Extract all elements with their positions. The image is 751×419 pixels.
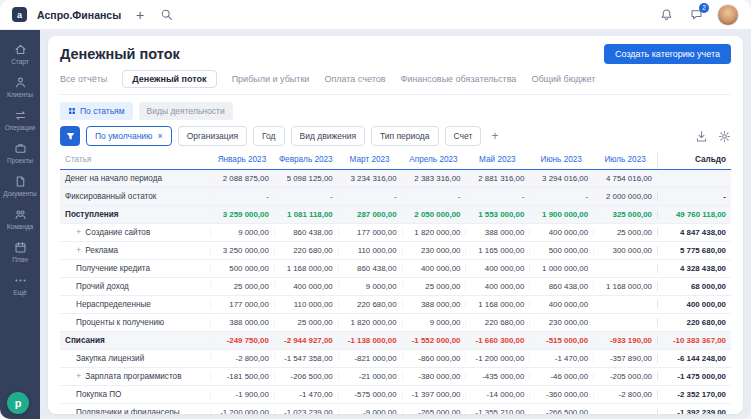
cell-value: 5 098 125,00 bbox=[274, 174, 338, 183]
cell-value: -21 000,00 bbox=[338, 372, 402, 381]
topbar: a Аспро.Финансы + 2 bbox=[0, 0, 751, 30]
search-button[interactable] bbox=[157, 6, 175, 24]
sidebar: Старт Клиенты Операции Проекты Документы… bbox=[0, 30, 40, 419]
row-label-text: Прочий доход bbox=[76, 282, 129, 291]
cell-value: 400 000,00 bbox=[402, 264, 466, 273]
table-row-software[interactable]: Покупка ПО-1 900,00-1 470,00-575 000,00-… bbox=[60, 386, 731, 404]
filter-preset-chip[interactable]: По умолчанию × bbox=[86, 126, 172, 146]
cell-value: -1 900,00 bbox=[210, 390, 274, 399]
team-icon bbox=[14, 208, 27, 221]
cell-value: -821 000,00 bbox=[338, 354, 402, 363]
table-row-undistributed[interactable]: Нераспределенные177 000,00110 000,00220 … bbox=[60, 296, 731, 314]
tab-budget[interactable]: Общий бюджет bbox=[531, 71, 595, 87]
filter-chip-account[interactable]: Счет bbox=[445, 126, 482, 146]
table-row-expenses[interactable]: Списания-249 750,00-2 944 927,00-1 138 0… bbox=[60, 332, 731, 350]
tab-cash-flow[interactable]: Денежный поток bbox=[122, 70, 216, 88]
table-row-income[interactable]: Поступления3 259 000,001 081 118,00287 0… bbox=[60, 206, 731, 224]
filter-chip-year[interactable]: Год bbox=[253, 126, 285, 146]
expand-icon[interactable]: + bbox=[76, 228, 81, 237]
gear-icon bbox=[718, 130, 731, 143]
sidebar-item-start[interactable]: Старт bbox=[0, 38, 40, 71]
column-month: Январь 2023 bbox=[210, 152, 274, 169]
tab-invoices[interactable]: Оплата счетов bbox=[324, 71, 385, 87]
sidebar-item-plan[interactable]: План bbox=[0, 236, 40, 269]
cell-value: 860 438,00 bbox=[529, 282, 593, 291]
sidebar-item-documents[interactable]: Документы bbox=[0, 170, 40, 203]
bell-icon bbox=[660, 8, 673, 21]
topbar-actions-left: + bbox=[131, 6, 175, 24]
cell-value: -515 000,00 bbox=[529, 336, 593, 345]
plus-icon: + bbox=[136, 8, 144, 22]
column-article: Статья bbox=[60, 152, 210, 169]
user-avatar[interactable] bbox=[717, 4, 739, 26]
filter-chip-period-type[interactable]: Тип периода bbox=[371, 126, 439, 146]
tab-all-reports[interactable]: Все отчёты bbox=[60, 71, 107, 87]
expand-icon[interactable]: + bbox=[76, 246, 81, 255]
table-row-loan[interactable]: Получение кредита500 000,001 168 000,008… bbox=[60, 260, 731, 278]
cell-value: -1 138 000,00 bbox=[338, 336, 402, 345]
grid-icon bbox=[68, 107, 76, 115]
cell-value: 220 680,00 bbox=[274, 246, 338, 255]
cell-value: 1 168 000,00 bbox=[274, 264, 338, 273]
table-row-site-creation[interactable]: +Создание сайтов9 000,00860 438,00177 00… bbox=[60, 224, 731, 242]
row-label-text: Фиксированный остаток bbox=[65, 192, 156, 201]
sidebar-item-team[interactable]: Команда bbox=[0, 203, 40, 236]
export-button[interactable] bbox=[695, 130, 708, 143]
add-filter-button[interactable]: + bbox=[487, 130, 502, 142]
view-toggle: По статьямВиды деятельности bbox=[60, 102, 731, 120]
cell-saldo: 68 000,00 bbox=[657, 282, 731, 291]
toggle-activity-types[interactable]: Виды деятельности bbox=[139, 102, 233, 120]
cell-value: -380 000,00 bbox=[402, 372, 466, 381]
filter-chip-organization[interactable]: Организация bbox=[178, 126, 247, 146]
new-button[interactable]: + bbox=[131, 6, 149, 24]
cell-value: 25 000,00 bbox=[402, 282, 466, 291]
row-label-text: Списания bbox=[65, 336, 105, 345]
topbar-actions-right: 2 bbox=[657, 6, 705, 24]
cell-value: -265 000,00 bbox=[402, 408, 466, 414]
table-row-interest-receivable[interactable]: Проценты к получению388 000,0025 000,001… bbox=[60, 314, 731, 332]
plan-icon bbox=[14, 241, 27, 254]
expand-icon[interactable]: + bbox=[76, 372, 81, 381]
messages-button[interactable]: 2 bbox=[687, 6, 705, 24]
table-row-other-income[interactable]: Прочий доход25 000,00400 000,009 000,002… bbox=[60, 278, 731, 296]
sidebar-item-operations[interactable]: Операции bbox=[0, 104, 40, 137]
column-month: Июль 2023 bbox=[593, 152, 657, 169]
chat-widget-button[interactable]: p bbox=[7, 392, 29, 414]
body-row: Старт Клиенты Операции Проекты Документы… bbox=[0, 30, 751, 419]
cell-value: 25 000,00 bbox=[593, 228, 657, 237]
cell-value: -46 000,00 bbox=[529, 372, 593, 381]
cell-value: 220 680,00 bbox=[465, 318, 529, 327]
cell-value: 1 081 118,00 bbox=[274, 210, 338, 219]
row-label-text: Проценты к получению bbox=[76, 318, 164, 327]
table-row-advertising[interactable]: +Реклама3 250 000,00220 680,00110 000,00… bbox=[60, 242, 731, 260]
table-row-fixed-balance[interactable]: Фиксированный остаток------2 000 000,00- bbox=[60, 188, 731, 206]
table-row-opening-balance[interactable]: Денег на начало периода2 088 875,005 098… bbox=[60, 170, 731, 188]
table-row-dev-salary[interactable]: +Зарплата программистов-181 500,00-206 5… bbox=[60, 368, 731, 386]
sidebar-item-clients[interactable]: Клиенты bbox=[0, 71, 40, 104]
sidebar-item-projects[interactable]: Проекты bbox=[0, 137, 40, 170]
row-label-text: Создание сайтов bbox=[85, 228, 150, 237]
create-category-button[interactable]: Создать категорию учета bbox=[604, 44, 731, 64]
search-icon bbox=[160, 8, 173, 21]
sidebar-item-more[interactable]: Ещё bbox=[0, 269, 40, 302]
cell-value: -1 397 000,00 bbox=[402, 390, 466, 399]
cell-value: -1 552 000,00 bbox=[402, 336, 466, 345]
cell-value: - bbox=[274, 192, 338, 201]
tab-obligations[interactable]: Финансовые обязательства bbox=[400, 71, 516, 87]
cell-value: -357 890,00 bbox=[593, 354, 657, 363]
filter-funnel-button[interactable] bbox=[60, 126, 80, 146]
cell-saldo: -6 144 248,00 bbox=[657, 354, 731, 363]
sidebar-item-label: Ещё bbox=[13, 289, 26, 296]
cell-value: -249 750,00 bbox=[210, 336, 274, 345]
settings-button[interactable] bbox=[718, 130, 731, 143]
close-icon[interactable]: × bbox=[157, 131, 162, 141]
cell-value: 25 000,00 bbox=[274, 318, 338, 327]
filter-chip-movement-type[interactable]: Вид движения bbox=[291, 126, 365, 146]
cell-value: 2 088 875,00 bbox=[210, 174, 274, 183]
notifications-button[interactable] bbox=[657, 6, 675, 24]
table-body: Денег на начало периода2 088 875,005 098… bbox=[60, 170, 731, 414]
table-row-licenses[interactable]: Закупка лицензий-2 800,00-1 547 358,00-8… bbox=[60, 350, 731, 368]
toggle-by-articles[interactable]: По статьям bbox=[60, 102, 133, 120]
table-row-contractors[interactable]: Подрядчики и фрилансеры-1 200 000,00-1 0… bbox=[60, 404, 731, 414]
tab-profit-loss[interactable]: Прибыли и убытки bbox=[232, 71, 310, 87]
